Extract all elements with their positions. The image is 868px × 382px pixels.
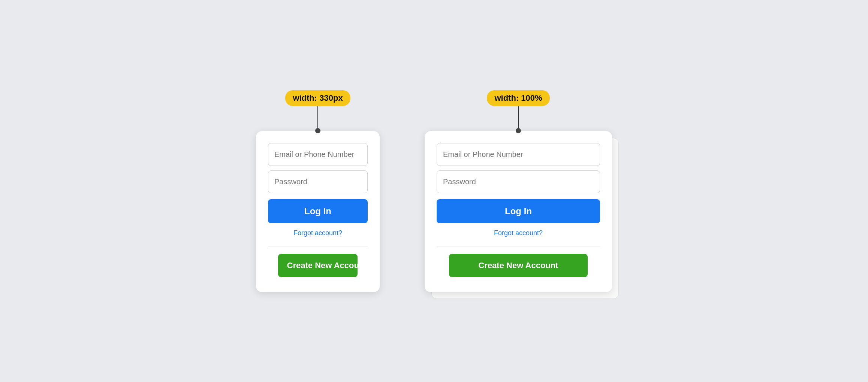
left-email-input[interactable] — [268, 143, 368, 166]
left-connector-line — [317, 106, 318, 128]
left-connector: width: 330px — [285, 90, 350, 133]
left-password-input[interactable] — [268, 170, 368, 193]
right-login-button[interactable]: Log In — [437, 199, 600, 223]
right-badge: width: 100% — [487, 90, 549, 106]
right-card-wrapper: Log In Forgot account? Create New Accoun… — [425, 131, 612, 292]
left-card: Log In Forgot account? Create New Accoun… — [256, 131, 380, 292]
right-forgot-link[interactable]: Forgot account? — [437, 228, 600, 239]
right-connector: width: 100% — [487, 90, 549, 133]
left-login-button[interactable]: Log In — [268, 199, 368, 223]
left-badge: width: 330px — [285, 90, 350, 106]
left-connector-dot — [315, 128, 320, 133]
right-card: Log In Forgot account? Create New Accoun… — [425, 131, 612, 292]
right-email-input[interactable] — [437, 143, 600, 166]
left-divider — [268, 246, 368, 246]
right-create-button[interactable]: Create New Account — [449, 254, 588, 277]
right-divider — [437, 246, 600, 246]
right-demo: width: 100% Log In Forgot account? Creat… — [425, 90, 612, 292]
left-demo: width: 330px Log In Forgot account? Crea… — [256, 90, 380, 292]
left-create-button[interactable]: Create New Account — [278, 254, 358, 277]
right-connector-dot — [516, 128, 521, 133]
right-password-input[interactable] — [437, 170, 600, 193]
left-forgot-link[interactable]: Forgot account? — [268, 228, 368, 239]
right-connector-line — [518, 106, 519, 128]
